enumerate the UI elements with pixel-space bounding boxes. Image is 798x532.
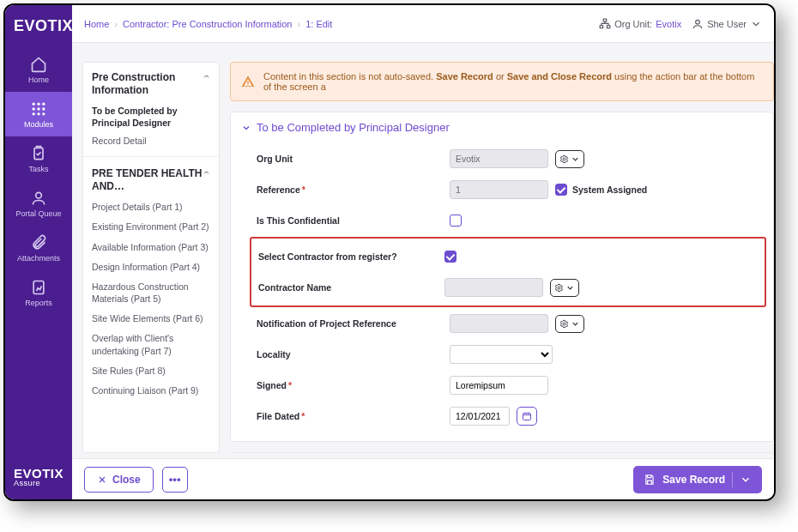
user-name: She User [707, 19, 747, 29]
notification-gear-button[interactable] [555, 315, 584, 333]
brand-logo: EVOTIX [5, 5, 72, 47]
breadcrumb-home[interactable]: Home [84, 19, 109, 29]
confidential-checkbox[interactable] [450, 215, 462, 227]
nav-tasks[interactable]: Tasks [5, 136, 72, 181]
nav-label: Tasks [28, 165, 48, 173]
main-content: Content in this section is not auto-save… [230, 62, 774, 453]
select-contractor-checkbox[interactable] [444, 251, 456, 263]
date-picker-button[interactable] [517, 407, 537, 426]
topbar: Home › Contractor: Pre Construction Info… [72, 5, 774, 43]
clipboard-icon [30, 145, 47, 162]
chevron-right-icon: › [298, 19, 301, 29]
panel-group1-sub[interactable]: To be Completed by Principal Designer [92, 106, 210, 129]
svg-rect-14 [607, 25, 610, 27]
section-toggle[interactable]: To be Completed by Principal Designer [231, 112, 773, 142]
user-menu[interactable]: She User [692, 18, 762, 30]
panel-link[interactable]: Existing Environment (Part 2) [92, 221, 210, 233]
signed-field[interactable] [450, 376, 548, 395]
signed-label: Signed* [257, 380, 450, 390]
section-record-detail: Record Detail [230, 452, 774, 453]
tree-icon [599, 18, 611, 30]
panel-link[interactable]: Overlap with Client's undertaking (Part … [92, 332, 210, 356]
nav-portal-queue[interactable]: Portal Queue [5, 181, 72, 226]
locality-label: Locality [257, 349, 450, 360]
paperclip-icon [30, 234, 47, 251]
panel-link[interactable]: Design Information (Part 4) [92, 261, 210, 273]
calendar-icon [522, 411, 532, 421]
close-button-label: Close [112, 474, 141, 486]
confidential-label: Is This Confidential [257, 215, 450, 226]
chevron-down-icon [571, 154, 580, 164]
org-picker[interactable]: Org Unit: Evotix [599, 18, 681, 30]
nav-attachments[interactable]: Attachments [5, 226, 72, 270]
svg-point-17 [558, 287, 560, 289]
reference-label: Reference* [257, 184, 450, 195]
person-icon [30, 190, 47, 207]
system-assigned-toggle[interactable]: System Assigned [555, 184, 647, 196]
action-bar: Close ••• Save Record [72, 458, 774, 499]
save-record-button[interactable]: Save Record [633, 466, 762, 493]
contractor-name-label: Contractor Name [258, 282, 444, 293]
chevron-down-icon [565, 283, 575, 293]
svg-rect-11 [33, 281, 44, 293]
chevron-up-icon[interactable] [203, 71, 210, 82]
chevron-down-icon [750, 18, 762, 30]
svg-point-7 [37, 112, 39, 115]
svg-point-16 [563, 158, 565, 160]
user-icon [692, 18, 704, 30]
panel-link[interactable]: Available Information (Part 3) [92, 241, 210, 253]
nav-label: Home [28, 76, 49, 84]
panel-group2-title: PRE TENDER HEALTH AND… [92, 167, 203, 193]
highlighted-region: Select Contractor from register? Contrac… [250, 237, 766, 307]
svg-point-4 [37, 107, 39, 110]
section-principal-designer: To be Completed by Principal Designer Or… [230, 112, 774, 442]
notification-field[interactable] [450, 314, 548, 333]
svg-point-6 [33, 112, 35, 115]
close-button[interactable]: Close [84, 467, 154, 493]
gear-icon [559, 154, 569, 164]
svg-point-15 [696, 20, 700, 24]
panel-link[interactable]: Site Rules (Part 8) [92, 365, 210, 377]
panel-link[interactable]: Hazardous Construction Materials (Part 5… [92, 281, 210, 305]
panel-link[interactable]: Continuing Liaison (Part 9) [92, 384, 210, 396]
panel-link[interactable]: Site Wide Elements (Part 6) [92, 312, 210, 324]
contractor-name-gear-button[interactable] [550, 279, 579, 297]
main-nav: Home Modules Tasks Portal Queue Attachme… [5, 47, 72, 315]
panel-group1-link[interactable]: Record Detail [92, 136, 210, 146]
nav-modules[interactable]: Modules [5, 92, 72, 136]
panel-link[interactable]: Project Details (Part 1) [92, 201, 210, 213]
locality-select[interactable] [450, 345, 553, 364]
chevron-up-icon[interactable] [203, 167, 210, 178]
checkbox-icon [555, 184, 567, 196]
svg-point-1 [37, 102, 39, 105]
section-title: To be Completed by Principal Designer [257, 121, 450, 134]
svg-rect-12 [603, 19, 607, 21]
more-actions-button[interactable]: ••• [162, 467, 188, 493]
chevron-down-icon [571, 319, 580, 329]
close-icon [97, 475, 107, 485]
main-sidebar: EVOTIX Home Modules Tasks Portal Queue A… [5, 5, 72, 499]
ellipsis-icon: ••• [169, 473, 181, 486]
svg-rect-19 [523, 414, 531, 420]
org-label: Org Unit: [614, 19, 652, 29]
nav-label: Reports [25, 299, 52, 307]
alert-text: Content in this section is not auto-save… [263, 71, 763, 92]
nav-label: Attachments [17, 254, 60, 263]
nav-reports[interactable]: Reports [5, 270, 72, 315]
select-contractor-label: Select Contractor from register? [258, 251, 444, 262]
contractor-name-field[interactable] [444, 278, 543, 297]
file-dated-label: File Dated* [257, 411, 450, 421]
nav-label: Modules [24, 120, 53, 129]
org-unit-gear-button[interactable] [555, 150, 584, 168]
svg-point-5 [42, 107, 45, 110]
file-dated-field[interactable] [450, 407, 510, 426]
svg-point-0 [33, 102, 35, 105]
grid-icon [30, 100, 47, 118]
section-nav-panel: Pre Construction Information To be Compl… [82, 62, 220, 453]
system-assigned-label: System Assigned [572, 184, 647, 195]
nav-label: Portal Queue [15, 209, 61, 218]
breadcrumb-module[interactable]: Contractor: Pre Construction Information [123, 19, 292, 29]
divider [83, 156, 219, 157]
nav-home[interactable]: Home [5, 47, 72, 92]
chevron-down-icon [241, 123, 251, 133]
